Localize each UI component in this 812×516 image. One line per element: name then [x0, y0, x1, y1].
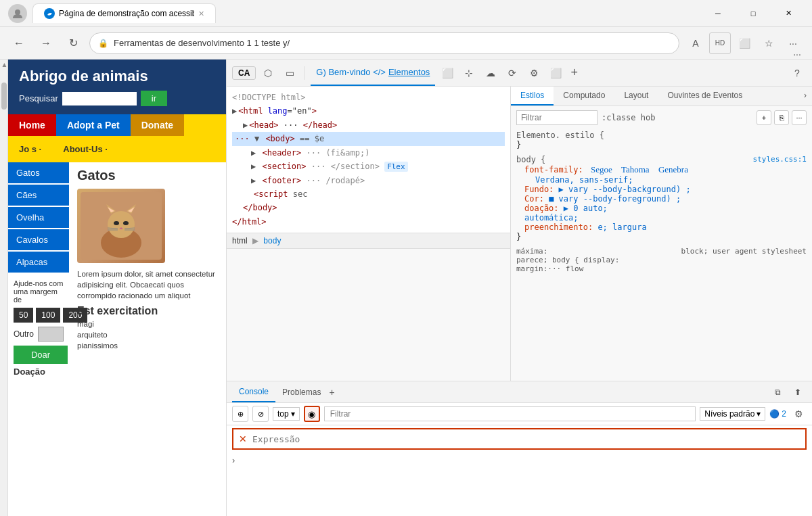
dt-dock-icon[interactable]: ▭: [280, 64, 299, 83]
hd-button[interactable]: HD: [709, 32, 731, 54]
filter-add-button[interactable]: +: [757, 110, 771, 125]
scroll-bar[interactable]: ▲: [0, 60, 8, 516]
dt-add-tab-icon[interactable]: +: [570, 66, 578, 80]
console-toolbar: ⊕ ⊘ top ▾ ◉ Níveis padrão ▾ 🔵 2 ⚙: [227, 403, 812, 425]
filter-input[interactable]: [516, 110, 597, 125]
sidebar-item-alpacas[interactable]: Alpacas: [8, 252, 69, 273]
donation-sidebar: Ajude-nos com uma margem de 50 100 200 O…: [8, 275, 69, 381]
background-prop: Fundo:: [524, 185, 554, 194]
console-expand-button[interactable]: ⬆: [789, 383, 807, 401]
styles-link[interactable]: styles.css:1: [753, 155, 807, 164]
ua-value: block; user agent stylesheet: [681, 247, 807, 256]
tab-problemas[interactable]: Problemas: [275, 381, 328, 402]
search-input[interactable]: [62, 92, 137, 105]
tab-computado[interactable]: Computado: [554, 87, 614, 105]
tree-line-doctype: <!DOCTYPE html>: [232, 91, 505, 104]
expression-input[interactable]: [252, 434, 800, 444]
browser-titlebar: Página de demonstração com acessibilidad…: [0, 0, 812, 27]
dt-performance-icon[interactable]: ⟳: [503, 64, 522, 83]
font-genebra: Genebra: [658, 164, 688, 174]
refresh-button[interactable]: ↻: [62, 32, 84, 54]
tab-ouvintes[interactable]: Ouvintes de Eventos: [658, 87, 752, 105]
sidebar-item-ovelha[interactable]: Ovelha: [8, 207, 69, 228]
dt-window-icon[interactable]: ⬜: [546, 64, 565, 83]
tab-console[interactable]: Console: [232, 381, 275, 402]
dt-clone-icon[interactable]: ⬡: [258, 64, 277, 83]
sub-item-3: pianissimos: [77, 340, 218, 351]
nav-home[interactable]: Home: [8, 114, 56, 136]
console-expand-chevron[interactable]: ›: [227, 452, 812, 468]
console-stop-button[interactable]: ⊘: [252, 406, 269, 422]
favorites-button[interactable]: ☆: [758, 32, 780, 54]
nav-adopt[interactable]: Adopt a Pet: [56, 114, 131, 136]
console-settings-button[interactable]: ⚙: [790, 406, 807, 422]
dt-settings-icon2[interactable]: ⚙: [524, 64, 543, 83]
automatica-row: automática;: [516, 213, 807, 222]
console-copy-button[interactable]: ⧉: [769, 383, 786, 401]
filter-more-button[interactable]: ···: [792, 110, 807, 125]
filter-class-label: :classe hob: [602, 113, 655, 122]
maximize-button[interactable]: □: [738, 4, 769, 23]
search-button[interactable]: ir: [141, 91, 167, 106]
breadcrumb-html[interactable]: html: [232, 236, 248, 245]
tree-line-head[interactable]: ▶<head> ··· </head>: [232, 118, 505, 132]
breadcrumb-body[interactable]: body: [263, 236, 281, 245]
donation-input-row: Outro: [14, 327, 64, 342]
doar-button[interactable]: Doar: [14, 346, 68, 364]
sidebar-item-cavalos[interactable]: Cavalos: [8, 229, 69, 250]
sidebar-item-caes[interactable]: Cães: [8, 185, 69, 206]
browser-tab[interactable]: Página de demonstração com acessibilidad…: [32, 3, 216, 23]
dt-more-button[interactable]: ···: [788, 45, 807, 64]
breadcrumb-bar[interactable]: html ▶ body: [227, 233, 510, 249]
reader-mode-button[interactable]: A: [685, 32, 706, 54]
minimize-button[interactable]: ─: [702, 4, 734, 23]
close-button[interactable]: ✕: [773, 4, 804, 23]
ua-body-rule: parece; body { display:: [516, 256, 807, 264]
filter-copy-button[interactable]: ⎘: [774, 110, 789, 125]
tree-line-body[interactable]: ··· ▼ <body> == $e: [232, 132, 505, 145]
main-content: Gatos: [69, 162, 226, 381]
cast-button[interactable]: ⬜: [734, 32, 755, 54]
devtools-header: CA ⬡ ▭ G) Bem-vindo </> Elementos ⬜ ⊹ ☁ …: [227, 60, 812, 87]
styles-overflow[interactable]: ›: [798, 87, 812, 105]
forward-button[interactable]: →: [35, 32, 57, 54]
tree-line-footer[interactable]: ▶ <footer> ··· /rodapé>: [232, 174, 505, 187]
back-button[interactable]: ←: [8, 32, 30, 54]
level-label: Níveis padrão: [704, 409, 754, 419]
nav-jos[interactable]: Jo s ·: [8, 139, 52, 160]
tab-layout[interactable]: Layout: [614, 87, 658, 105]
sidebar-item-gatos[interactable]: Gatos: [8, 162, 69, 183]
dt-help-button[interactable]: ?: [788, 64, 807, 83]
nav-about[interactable]: About-Us ·: [52, 139, 118, 160]
dt-tab-elements[interactable]: G) Bem-vindo </> Elementos: [311, 60, 435, 86]
tree-line-header[interactable]: ▶ <header> ··· (fi&amp;): [232, 146, 505, 160]
tab-close-icon[interactable]: ✕: [198, 9, 204, 18]
dt-device-icon[interactable]: ⬜: [438, 64, 457, 83]
top-dropdown[interactable]: top ▾: [273, 407, 300, 421]
automatica-value: automática;: [524, 213, 578, 222]
font-tahoma: Tahoma: [621, 164, 650, 174]
dt-inspect-icon[interactable]: ⊹: [459, 64, 478, 83]
level-dropdown[interactable]: Níveis padrão ▾: [700, 407, 765, 421]
console-close-icon[interactable]: ✕: [239, 433, 247, 444]
tree-line-section[interactable]: ▶ <section> ··· </section> Flex: [232, 160, 505, 174]
tab-estilos[interactable]: Estilos: [511, 87, 554, 105]
scroll-thumb[interactable]: [1, 83, 7, 110]
console-add-tab[interactable]: +: [329, 387, 334, 398]
console-add-button[interactable]: ⊕: [232, 406, 248, 422]
content-area: Gatos Cães Ovelha Cavalos Alpacas Ajude-…: [8, 162, 226, 381]
tree-line-html[interactable]: ▶<html lang="en">: [232, 104, 505, 118]
sub-item-1: magi: [77, 319, 218, 329]
scroll-up-arrow[interactable]: ▲: [1, 61, 7, 69]
console-eye-button[interactable]: ◉: [304, 406, 320, 422]
donation-100-button[interactable]: 100: [36, 308, 60, 323]
donation-field[interactable]: [38, 327, 64, 342]
main-area: ▲ Abrigo de animais Pesquisar ir Home Ad…: [0, 60, 812, 516]
sidebar: Gatos Cães Ovelha Cavalos Alpacas Ajude-…: [8, 162, 69, 381]
shelter-title: Abrigo de animais: [19, 68, 215, 85]
donation-50-button[interactable]: 50: [14, 308, 33, 323]
console-filter-input[interactable]: [324, 406, 696, 421]
address-bar[interactable]: 🔒 Ferramentas de desenvolvimento 1 1 tes…: [89, 32, 679, 54]
nav-donate[interactable]: Donate: [131, 114, 184, 136]
dt-network-icon[interactable]: ☁: [481, 64, 500, 83]
